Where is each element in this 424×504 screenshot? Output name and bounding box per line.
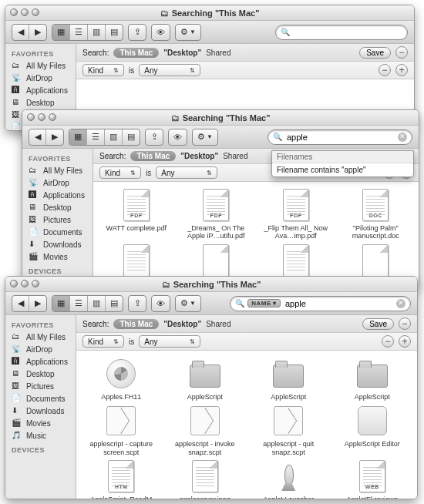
criteria-value-select[interactable]: Any⇅ [156,166,217,179]
minimize-button[interactable] [21,280,29,287]
sidebar-item[interactable]: 🗂All My Files [5,331,76,343]
close-button[interactable] [10,8,18,16]
quicklook-button[interactable]: 👁 [152,25,170,40]
file-item[interactable]: PDFWATT complete.pdf [98,188,175,240]
sidebar-item[interactable]: 📡AirDrop [5,343,76,355]
criteria-kind-select[interactable]: Kind⇅ [99,166,141,179]
file-item[interactable]: applescript - capture screen.scpt [81,404,162,456]
sidebar-item[interactable]: 🗂All My Files [5,59,76,72]
share-button[interactable]: ⇪ [129,296,146,311]
search-input[interactable] [293,27,402,38]
sidebar-item[interactable]: 📡AirDrop [22,176,93,189]
titlebar[interactable]: 🗂 Searching "This Mac" [22,110,419,126]
remove-row-button[interactable]: − [379,64,391,76]
save-search-button[interactable]: Save [359,47,391,59]
sidebar-item[interactable]: 🎬Movies [5,417,76,429]
coverflow-view-button[interactable]: ▤ [106,25,123,40]
sidebar-item[interactable]: 🖼Pictures [22,213,93,226]
clear-search-button[interactable]: ✕ [398,133,407,142]
sidebar-item[interactable]: ⬇Downloads [22,238,93,250]
sidebar-item[interactable]: 🎬Movies [22,250,93,263]
quicklook-button[interactable]: 👁 [152,296,170,311]
criteria-value-select[interactable]: Any⇅ [139,64,200,76]
column-view-button[interactable]: ▥ [105,129,123,145]
share-button[interactable]: ⇪ [146,129,163,145]
close-button[interactable] [10,280,18,287]
forward-button[interactable]: ▶ [29,25,46,40]
back-button[interactable]: ◀ [12,296,29,311]
minimize-button[interactable] [21,8,29,16]
sidebar-item[interactable]: 🖼Pictures [5,380,76,392]
add-row-button[interactable]: + [399,335,411,348]
scope-desktop[interactable]: "Desktop" [180,152,218,160]
file-item[interactable]: AppleScript [165,357,246,401]
search-field[interactable]: 🔍 [275,25,408,40]
file-item[interactable]: PDF_Flip Them All_ Now Ava…imp.pdf [257,188,335,240]
file-item[interactable] [338,244,415,280]
sidebar-item[interactable]: 🅰Applications [5,84,76,96]
remove-row-button[interactable]: − [382,335,394,348]
minimize-button[interactable] [38,113,45,121]
scope-this-mac[interactable]: This Mac [130,151,176,161]
column-view-button[interactable]: ▥ [88,296,106,311]
sidebar-item[interactable]: 🖥Desktop [5,96,76,109]
sidebar-item[interactable]: 🖥Desktop [22,201,93,213]
criteria-kind-select[interactable]: Kind⇅ [82,64,124,76]
clear-search-button[interactable]: ✕ [396,299,405,308]
scope-desktop[interactable]: "Desktop" [163,49,201,57]
search-input[interactable] [284,298,393,309]
file-item[interactable]: AppleScript [332,357,413,401]
close-button[interactable] [27,113,35,121]
save-search-button[interactable]: Save [362,318,394,330]
window-controls[interactable] [10,8,39,16]
sidebar-item[interactable]: 🖥Desktop [5,368,76,380]
forward-button[interactable]: ▶ [46,129,63,145]
column-view-button[interactable]: ▥ [88,25,106,40]
sidebar-item[interactable]: 🅰Applications [22,189,93,201]
scope-shared[interactable]: Shared [223,152,247,160]
remove-criteria-button[interactable]: − [395,46,408,59]
file-item[interactable]: DOC"Piloting Palm" manuscript.doc [338,188,415,240]
list-view-button[interactable]: ☰ [87,129,105,145]
file-item[interactable]: appleserver.jpeg [165,459,246,499]
zoom-button[interactable] [32,8,39,16]
scope-desktop[interactable]: "Desktop" [163,320,201,328]
coverflow-view-button[interactable]: ▤ [106,296,123,311]
titlebar[interactable]: 🗂 Searching "This Mac" [5,5,414,21]
file-item[interactable]: Apples.FH11 [81,357,162,401]
icon-view-button[interactable]: ▦ [69,129,87,145]
window-controls[interactable] [10,280,39,287]
coverflow-view-button[interactable]: ▤ [123,129,140,145]
sidebar-item[interactable]: 🗂All My Files [22,164,93,176]
file-item[interactable]: Applet Launcher [248,459,329,499]
file-item[interactable]: applescript - invoke snapz.scpt [165,404,246,456]
remove-criteria-button[interactable]: − [399,318,411,330]
icon-view-button[interactable]: ▦ [52,296,70,311]
search-field[interactable]: 🔍 ✕ [268,129,412,145]
scope-shared[interactable]: Shared [206,49,231,57]
window-controls[interactable] [27,113,56,121]
file-item[interactable] [178,244,255,280]
scope-this-mac[interactable]: This Mac [113,319,159,329]
criteria-kind-select[interactable]: Kind⇅ [82,335,124,348]
icon-view-button[interactable]: ▦ [52,25,70,40]
titlebar[interactable]: 🗂 Searching "This Mac" [5,277,417,292]
sidebar-item[interactable]: ⬇Downloads [5,405,76,417]
zoom-button[interactable] [49,113,56,121]
sidebar-item[interactable]: 📄Documents [22,226,93,238]
list-view-button[interactable]: ☰ [70,296,88,311]
file-item[interactable]: WEBAppletEl reviews [332,459,413,499]
search-field[interactable]: 🔍 NAME ▾ ✕ [230,296,411,311]
zoom-button[interactable] [32,280,39,287]
action-button[interactable]: ⚙▼ [176,25,200,40]
action-button[interactable]: ⚙▼ [193,129,217,145]
sidebar-item[interactable]: 📡AirDrop [5,72,76,84]
list-view-button[interactable]: ☰ [70,25,88,40]
scope-this-mac[interactable]: This Mac [113,48,159,58]
criteria-value-select[interactable]: Any⇅ [139,335,200,348]
search-input[interactable] [285,132,395,143]
file-item[interactable]: AppleScript Editor [332,404,413,456]
file-item[interactable] [98,244,175,280]
file-item[interactable]: PDF_Dreams_ On The Apple iP…utifu.pdf [178,188,255,240]
share-button[interactable]: ⇪ [129,25,146,40]
